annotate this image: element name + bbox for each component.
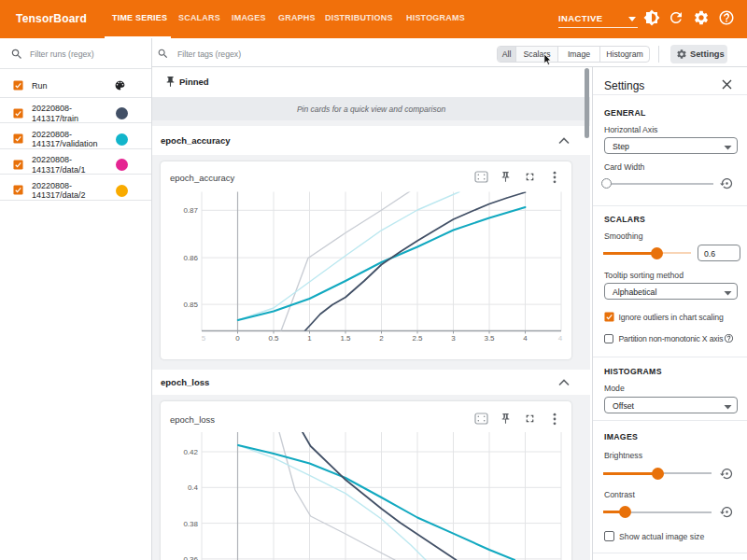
svg-text:0.38: 0.38 — [183, 520, 198, 528]
svg-text:2: 2 — [379, 334, 384, 343]
svg-text:2.5: 2.5 — [412, 334, 423, 343]
svg-text:0.4: 0.4 — [188, 483, 199, 492]
svg-text:4: 4 — [523, 334, 528, 343]
svg-text:0.42: 0.42 — [183, 448, 198, 456]
svg-text:1: 1 — [307, 334, 312, 343]
svg-text:0.86: 0.86 — [183, 254, 198, 262]
svg-text:4: 4 — [558, 334, 563, 343]
svg-text:0.36: 0.36 — [183, 555, 198, 560]
svg-text:0: 0 — [235, 334, 240, 343]
svg-text:0.85: 0.85 — [183, 301, 198, 309]
svg-text:0.5: 0.5 — [268, 334, 279, 343]
svg-text:5: 5 — [202, 334, 206, 343]
svg-text:0.87: 0.87 — [183, 206, 198, 215]
svg-text:1.5: 1.5 — [340, 334, 351, 343]
svg-text:3: 3 — [451, 334, 456, 343]
svg-text:3.5: 3.5 — [484, 334, 495, 343]
